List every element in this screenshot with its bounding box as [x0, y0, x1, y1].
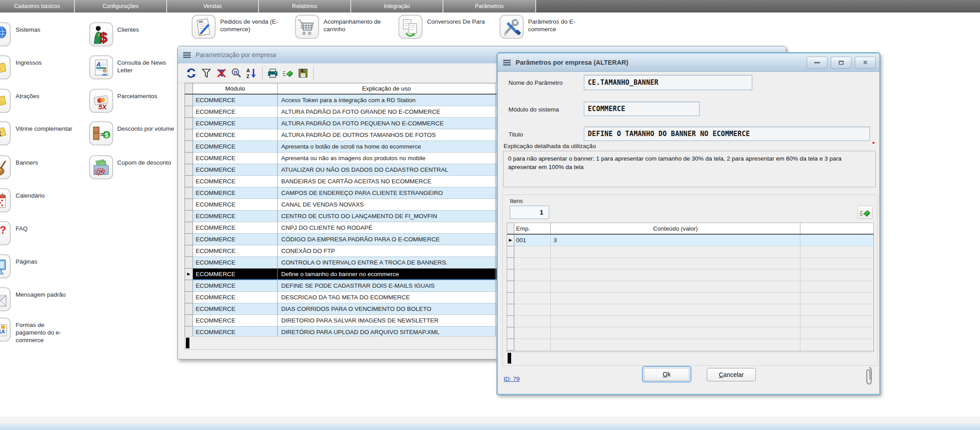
cell-emp [514, 258, 551, 269]
cell-valor: 3 [551, 235, 800, 246]
converter-icon [398, 15, 422, 39]
shortcut-label: Parcelamentos [117, 92, 179, 100]
clear-filter-button[interactable] [215, 66, 228, 80]
itens-table-body: ▶0013 [507, 235, 873, 351]
cell-explicacao: Define o tamanho do banner no ecommerce [278, 269, 496, 280]
cell-explicacao: DIRETORIO PARA SALVAR IMAGENS DE NEWSLET… [278, 315, 496, 327]
shortcut-label: Atrações [16, 92, 73, 100]
maximize-button[interactable] [831, 57, 852, 69]
faq-question-icon: ? [0, 221, 11, 245]
column-header-conteudo[interactable]: Conteúdo (valor) [551, 223, 800, 234]
row-marker [507, 339, 514, 351]
cell-valor [551, 304, 800, 316]
shortcut-label: Ingressos [16, 59, 73, 66]
cell-filler [800, 281, 873, 293]
erase-item-button[interactable] [857, 206, 873, 219]
cancel-button[interactable]: Cancelar [707, 368, 756, 381]
row-marker [185, 153, 193, 164]
envelope-icon [0, 287, 11, 311]
cell-modulo: ECOMMERCE [193, 118, 278, 129]
column-header-emp[interactable]: Emp. [514, 223, 551, 234]
dialog-titlebar[interactable]: Parâmetros por empresa (ALTERAR) ✕ [498, 54, 879, 72]
calendar-icon [0, 188, 11, 212]
shortcut-label: Clientes [117, 26, 179, 33]
paperclip-icon[interactable] [865, 366, 873, 388]
modulo-sistema-field[interactable] [584, 102, 700, 116]
shortcut-label: Cupom de desconto [117, 159, 179, 166]
column-header-filler [800, 223, 873, 234]
explicacao-textarea[interactable]: 0 para não apresentar o banner; 1 para a… [503, 151, 876, 187]
cell-explicacao: CÓDIGO DA EMPRESA PADRÃO PARA O E-COMMER… [278, 234, 496, 245]
cell-filler [800, 316, 873, 327]
titulo-field[interactable] [584, 127, 870, 141]
item-row[interactable]: ▶0013 [507, 235, 873, 246]
row-marker-header [507, 223, 514, 234]
cell-explicacao: CENTRO DE CUSTO DO LANÇAMENTO DE FI_MOVF… [278, 211, 496, 222]
refresh-button[interactable] [185, 66, 198, 80]
filter-button[interactable] [200, 66, 213, 80]
row-marker [507, 246, 514, 258]
svg-text:5X: 5X [98, 103, 107, 111]
cell-explicacao: ALTURA PADRÃO DA FOTO PEQUENA NO E-COMME… [278, 118, 496, 129]
close-button[interactable]: ✕ [855, 57, 876, 69]
row-marker [185, 106, 193, 118]
column-header-modulo[interactable]: Módulo [193, 83, 278, 94]
row-marker [185, 95, 193, 106]
toolbar-separator [262, 67, 262, 79]
shortcut-label: Desconto por volume [117, 125, 179, 132]
window-menu-icon[interactable] [503, 60, 511, 65]
cell-explicacao: CAMPOS DE ENDEREÇO PARA CLIENTE ESTRANGE… [278, 187, 496, 199]
itens-count-field[interactable] [510, 206, 549, 219]
volume-discount-icon: =$ [89, 121, 113, 145]
cell-modulo: ECOMMERCE [193, 315, 278, 327]
item-row-empty [507, 281, 873, 293]
menu-item-integracao[interactable]: Integração [351, 0, 443, 12]
cell-emp [514, 246, 551, 258]
menu-item-cadastros-basicos[interactable]: Cadastros básicos [0, 0, 75, 12]
explicacao-label: Explicação detalhada da utilização [504, 143, 596, 149]
save-button[interactable] [296, 66, 310, 80]
erase-button[interactable] [281, 66, 295, 80]
cell-modulo: ECOMMERCE [193, 269, 278, 280]
menu-item-configuracoes[interactable]: Configurações [75, 0, 167, 12]
cell-modulo: ECOMMERCE [193, 199, 278, 211]
record-id-link[interactable]: ID: 79 [504, 376, 520, 382]
cell-filler [800, 304, 873, 316]
row-marker [507, 281, 514, 293]
row-marker: ▶ [185, 269, 193, 280]
search-button[interactable]: n [230, 66, 243, 80]
menu-item-vendas[interactable]: Vendas [167, 0, 259, 12]
row-marker [507, 293, 514, 304]
cell-valor [551, 281, 800, 293]
cell-explicacao: DESCRICAO DA TAG META DO ECOMMERCE [278, 292, 496, 303]
shortcut-label: Formas de pagamento do e-commerce [16, 321, 73, 344]
cell-modulo: ECOMMERCE [193, 176, 278, 187]
cell-modulo: ECOMMERCE [193, 164, 278, 176]
column-header-explicacao[interactable]: Explicação de uso [278, 83, 496, 94]
nome-parametro-field[interactable] [584, 75, 752, 90]
sort-az-button[interactable]: AZ [245, 66, 258, 80]
ticket-pen-icon [0, 121, 11, 145]
svg-text:VISA: VISA [0, 329, 5, 335]
cell-modulo: ECOMMERCE [193, 211, 278, 222]
shortcut-label: Banners [16, 159, 73, 166]
menu-item-parametros[interactable]: Parâmetros [443, 0, 536, 12]
cell-modulo: ECOMMERCE [193, 257, 278, 269]
shortcut-label: Parâmetros do E-commerce [528, 18, 590, 33]
globe-folder-icon [0, 22, 11, 46]
minimize-button[interactable] [807, 57, 828, 69]
ok-button[interactable]: Ok [643, 367, 691, 382]
cell-modulo: ECOMMERCE [193, 95, 278, 106]
scrollbar-thumb[interactable] [186, 338, 189, 348]
itens-table: Emp. Conteúdo (valor) ▶0013 [507, 223, 874, 352]
row-marker: ▶ [507, 235, 514, 246]
svg-text:$: $ [100, 30, 107, 45]
itens-group: Itens Emp. Conteúdo (valor) ▶0013 [502, 194, 877, 366]
svg-text:?: ? [0, 224, 6, 236]
menu-item-relatorios[interactable]: Relatórios [259, 0, 351, 12]
print-button[interactable] [266, 66, 279, 80]
cell-emp: 001 [514, 235, 551, 246]
cell-explicacao: ALTURA PADRÃO DA FOTO GRANDE NO E-COMMER… [278, 106, 496, 118]
cell-modulo: ECOMMERCE [193, 234, 278, 245]
window-menu-icon[interactable] [183, 52, 191, 58]
